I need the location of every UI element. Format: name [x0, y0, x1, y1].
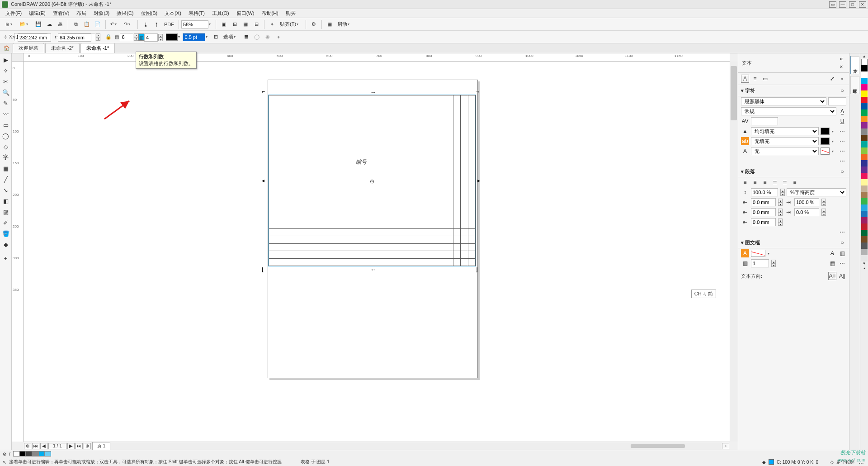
docker-close-icon[interactable]: × [837, 63, 845, 71]
snap-icon[interactable]: ⌖ [268, 20, 277, 29]
docker-tab-text[interactable]: 文本 [850, 56, 859, 74]
palette-swatch[interactable] [861, 71, 868, 78]
menu-tools[interactable]: 工具(O) [208, 9, 233, 18]
char-mode-icon[interactable]: A [741, 75, 749, 83]
outline-select[interactable]: 无 [751, 147, 819, 155]
connector-tool-icon[interactable]: ↘ [1, 185, 11, 195]
space-after-input[interactable] [794, 208, 819, 216]
palette-swatch[interactable] [861, 204, 868, 211]
undo-icon[interactable]: ↶▾ [109, 20, 121, 29]
tab-doc-1[interactable]: 未命名 -1* [80, 43, 115, 53]
palette-swatch[interactable] [861, 173, 868, 179]
crop-tool-icon[interactable]: ✂ [1, 76, 11, 86]
text-dir-v-icon[interactable]: A‖ [838, 272, 846, 280]
vertical-scrollbar[interactable] [730, 62, 738, 442]
frame-mode-icon[interactable]: ▭ [761, 75, 769, 83]
docker-tab-styles[interactable]: 对象样式 [850, 76, 859, 94]
bg-color[interactable] [821, 138, 830, 145]
section-para[interactable]: 段落 [745, 169, 755, 174]
palette-swatch[interactable] [861, 122, 868, 128]
sel-handle-tl[interactable]: ⌐ [262, 88, 266, 93]
bgfill-select[interactable]: 无填充 [751, 137, 819, 145]
menu-edit[interactable]: 编辑(E) [25, 9, 49, 18]
redo-icon[interactable]: ↷▾ [123, 20, 134, 29]
sel-handle-ml[interactable]: ◂ [262, 177, 266, 182]
outline-color-swatch[interactable] [166, 33, 178, 41]
menu-file[interactable]: 文件(F) [2, 9, 25, 18]
align-center-icon[interactable]: ≡ [751, 178, 759, 186]
cols-spinner[interactable]: ▴▾ [158, 34, 163, 41]
outline-width-input[interactable] [183, 33, 205, 41]
status-color-swatch[interactable] [26, 451, 32, 456]
zoom-input[interactable] [181, 20, 208, 29]
extra-window-button[interactable]: ▭ [829, 1, 836, 8]
section-frame[interactable]: 图文框 [745, 240, 760, 245]
maximize-button[interactable]: □ [849, 1, 856, 8]
palette-swatch[interactable] [861, 65, 868, 71]
section-char[interactable]: 字符 [745, 88, 755, 93]
menu-bitmap[interactable]: 位图(B) [137, 9, 161, 18]
palette-swatch[interactable] [861, 249, 868, 255]
wrap-text-icon[interactable]: ≣ [241, 33, 250, 42]
eyedropper-tool-icon[interactable]: ✐ [1, 218, 11, 228]
outline-width-dd[interactable]: ▾ [206, 35, 210, 39]
indent-right-input[interactable] [751, 218, 776, 226]
print-icon[interactable]: 🖶 [56, 20, 65, 29]
status-color-swatch[interactable] [45, 451, 51, 456]
fill-color[interactable] [821, 128, 830, 135]
frame-a-icon[interactable]: A [741, 249, 749, 257]
frame-more2-icon[interactable]: ⋯ [838, 259, 846, 267]
new-icon[interactable]: 🗎▾ [4, 20, 16, 29]
palette-swatch[interactable] [861, 97, 868, 103]
nav-thumb-icon[interactable]: ▫ [722, 443, 729, 449]
fullscreen-icon[interactable]: ▣ [219, 20, 228, 29]
bg-more-icon[interactable]: ⋯ [838, 137, 846, 145]
grid-icon[interactable]: ▦ [241, 20, 250, 29]
text-tool-icon[interactable]: 字 [1, 152, 11, 162]
width-spinner[interactable]: ▴▾ [96, 33, 100, 41]
outline-color-dd[interactable]: ▾ [178, 35, 183, 39]
launch-label[interactable]: 启动▾ [336, 20, 354, 29]
fill-mode-select[interactable]: 均匀填充 [751, 127, 819, 135]
horizontal-ruler[interactable]: 0 100 200 300 400 500 600 700 800 900 10… [24, 53, 730, 62]
align-left-icon[interactable]: ≡ [741, 178, 749, 186]
pick-tool-icon[interactable]: ▶ [1, 55, 11, 65]
font-size-input[interactable] [828, 97, 846, 105]
minimize-button[interactable]: — [839, 1, 846, 8]
palette-swatch[interactable] [861, 217, 868, 223]
frame-vert-icon[interactable]: A [828, 249, 836, 257]
palette-nocolor[interactable] [861, 59, 868, 65]
status-color-swatch[interactable] [13, 451, 19, 456]
fill-tool-icon[interactable]: 🪣 [1, 228, 11, 238]
palette-swatch[interactable] [861, 243, 868, 249]
page-last-icon[interactable]: ⏭ [75, 443, 83, 449]
paste-icon[interactable]: 📋 [82, 20, 91, 29]
save-icon[interactable]: 💾 [34, 20, 43, 29]
to-front-icon[interactable]: ◯ [252, 33, 261, 42]
status-fill-swatch[interactable] [769, 459, 774, 465]
rectangle-tool-icon[interactable]: ▭ [1, 120, 11, 130]
import-icon[interactable]: ⭳ [141, 20, 150, 29]
freehand-tool-icon[interactable]: ✎ [1, 98, 11, 108]
menu-view[interactable]: 查看(V) [49, 9, 73, 18]
palette-swatch[interactable] [861, 128, 868, 135]
pdf-icon[interactable]: PDF [163, 20, 175, 29]
table-options-button[interactable]: 选项▾ [222, 33, 240, 42]
rulers-icon[interactable]: ⊞ [230, 20, 239, 29]
palette-swatch[interactable] [861, 185, 868, 192]
palette-swatch[interactable] [861, 160, 868, 166]
palette-down-icon[interactable]: ▼ [861, 262, 868, 266]
polygon-tool-icon[interactable]: ◇ [1, 142, 11, 152]
palette-swatch[interactable] [861, 211, 868, 217]
palette-swatch[interactable] [861, 179, 868, 185]
sel-handle-tr[interactable]: ¬ [476, 88, 480, 93]
palette-up-icon[interactable]: ▲ [861, 54, 868, 59]
linespace-input[interactable] [751, 188, 778, 196]
frame-cols-icon[interactable]: ▥ [838, 249, 846, 257]
expand-icon[interactable]: ⤢ [828, 75, 836, 83]
para-reset-icon[interactable]: ○ [838, 167, 846, 176]
dimension-tool-icon[interactable]: ╱ [1, 174, 11, 184]
open-icon[interactable]: 📂▾ [18, 20, 32, 29]
cloud-icon[interactable]: ☁ [45, 20, 54, 29]
font-select[interactable]: 思源黑体 [741, 97, 826, 105]
